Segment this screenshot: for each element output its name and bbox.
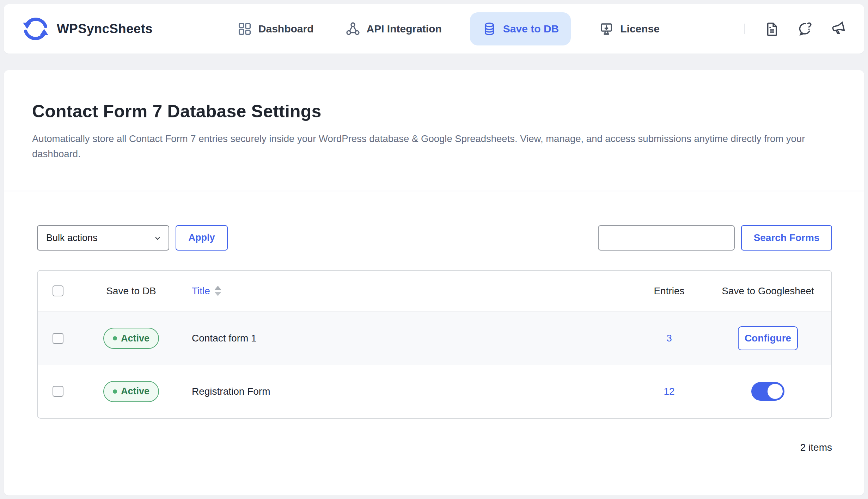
api-nodes-icon — [346, 21, 360, 36]
nav-label-save-to-db: Save to DB — [503, 23, 559, 35]
entries-link[interactable]: 3 — [666, 333, 672, 344]
document-icon — [764, 21, 780, 37]
apply-button[interactable]: Apply — [176, 225, 228, 251]
utility-divider — [744, 24, 745, 34]
nav-label-dashboard: Dashboard — [258, 23, 314, 35]
support-button[interactable] — [797, 21, 813, 37]
utility-icons — [744, 21, 846, 37]
main-nav: Dashboard API Integration — [234, 12, 663, 45]
bulk-actions-select[interactable]: Bulk actions — [37, 225, 169, 251]
nav-item-dashboard[interactable]: Dashboard — [234, 12, 317, 45]
entries-link[interactable]: 12 — [664, 386, 674, 397]
col-header-save-to-db: Save to DB — [106, 285, 156, 297]
form-title: Registration Form — [192, 386, 270, 397]
toggle-knob — [768, 384, 783, 399]
table-toolbar: Bulk actions Apply Search Forms — [4, 225, 864, 251]
status-badge: Active — [103, 328, 159, 349]
settings-card: Contact Form 7 Database Settings Automat… — [4, 70, 864, 495]
items-count: 2 items — [36, 442, 832, 453]
title-section: Contact Form 7 Database Settings Automat… — [4, 70, 864, 162]
dashboard-grid-icon — [237, 21, 252, 36]
announcements-button[interactable] — [830, 21, 846, 37]
googlesheet-toggle-on[interactable] — [751, 382, 784, 401]
nav-item-save-to-db[interactable]: Save to DB — [470, 12, 571, 45]
database-icon — [482, 21, 497, 36]
megaphone-icon — [831, 21, 846, 37]
sort-arrows-icon — [214, 286, 221, 296]
search-input[interactable] — [598, 225, 735, 251]
license-download-icon — [599, 21, 614, 36]
select-all-checkbox[interactable] — [53, 285, 63, 296]
row-checkbox[interactable] — [53, 333, 63, 344]
row-checkbox[interactable] — [53, 386, 63, 397]
nav-label-license: License — [620, 23, 660, 35]
page-title: Contact Form 7 Database Settings — [32, 101, 836, 122]
top-navigation-bar: WPSyncSheets Dashboard API — [4, 4, 864, 54]
col-header-save-to-googlesheet: Save to Googlesheet — [722, 285, 814, 297]
forms-table: Save to DB Title Entries Save to Googles… — [37, 270, 832, 419]
nav-item-license[interactable]: License — [595, 12, 663, 45]
status-badge: Active — [103, 381, 159, 402]
brand-logo[interactable]: WPSyncSheets — [22, 15, 153, 43]
nav-item-api-integration[interactable]: API Integration — [342, 12, 445, 45]
search-forms-button[interactable]: Search Forms — [741, 225, 832, 251]
page-description: Automatically store all Contact Form 7 e… — [32, 131, 818, 162]
col-header-title-sort[interactable]: Title — [192, 285, 221, 297]
table-row: Active Contact form 1 3 Configure — [38, 312, 831, 365]
configure-button[interactable]: Configure — [738, 326, 798, 350]
status-dot-icon — [113, 336, 117, 340]
table-header-row: Save to DB Title Entries Save to Googles… — [38, 271, 831, 312]
col-header-entries: Entries — [654, 285, 684, 297]
table-row: Active Registration Form 12 — [38, 365, 831, 418]
section-divider — [4, 191, 864, 191]
nav-label-api-integration: API Integration — [367, 23, 442, 35]
status-dot-icon — [113, 389, 117, 394]
chat-question-icon — [797, 21, 813, 37]
sync-arrows-icon — [22, 15, 50, 43]
documentation-button[interactable] — [764, 21, 780, 37]
brand-name: WPSyncSheets — [57, 21, 153, 36]
form-title: Contact form 1 — [192, 333, 257, 344]
page-root: WPSyncSheets Dashboard API — [0, 4, 868, 499]
